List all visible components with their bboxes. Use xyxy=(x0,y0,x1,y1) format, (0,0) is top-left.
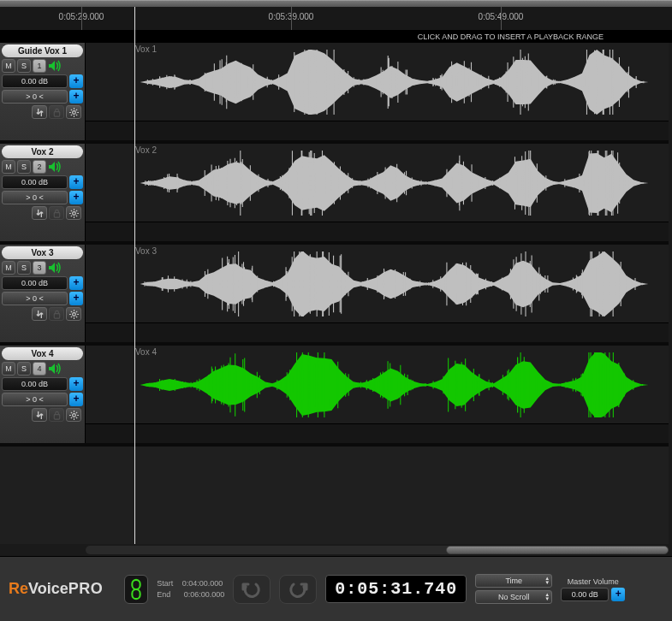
horizontal-scrollbar[interactable] xyxy=(86,546,669,554)
pan-plus-button[interactable]: + xyxy=(69,292,83,305)
gain-plus-button[interactable]: + xyxy=(69,377,83,391)
channel-number[interactable]: 3 xyxy=(33,261,46,275)
svg-rect-10 xyxy=(54,212,59,217)
waveform[interactable] xyxy=(133,352,656,417)
mute-button[interactable]: M xyxy=(2,362,15,376)
speaker-icon[interactable] xyxy=(48,59,62,73)
arrows-icon[interactable] xyxy=(32,206,47,220)
solo-button[interactable]: S xyxy=(17,261,31,275)
master-volume-plus[interactable]: + xyxy=(611,588,625,601)
arrows-icon[interactable] xyxy=(32,408,47,422)
lock-icon[interactable] xyxy=(49,408,64,422)
pan-plus-button[interactable]: + xyxy=(69,191,83,204)
gain-value[interactable]: 0.00 dB xyxy=(2,276,68,290)
gear-icon[interactable] xyxy=(66,206,81,220)
track-header: Vox 4 M S 4 0.00 dB + > 0 < + xyxy=(0,346,86,443)
pan-value[interactable]: > 0 < xyxy=(2,292,68,305)
svg-line-38 xyxy=(70,417,71,417)
pan-value[interactable]: > 0 < xyxy=(2,393,68,406)
speaker-icon[interactable] xyxy=(48,160,62,174)
gain-plus-button[interactable]: + xyxy=(69,276,83,290)
time-format-menu[interactable]: Time▲▼ xyxy=(475,574,552,588)
redo-button[interactable] xyxy=(279,575,317,604)
waveform[interactable] xyxy=(133,151,656,216)
svg-line-6 xyxy=(70,109,71,109)
undo-button[interactable] xyxy=(233,575,271,604)
channel-number[interactable]: 4 xyxy=(33,362,46,376)
timecode-display[interactable]: 0:05:31.740 xyxy=(325,575,467,603)
scroll-thumb[interactable] xyxy=(446,546,669,554)
track-name[interactable]: Vox 3 xyxy=(2,246,83,259)
lock-icon[interactable] xyxy=(49,206,64,220)
svg-line-37 xyxy=(75,417,76,417)
svg-point-11 xyxy=(72,211,75,215)
svg-point-21 xyxy=(72,312,75,316)
empty-track-area xyxy=(0,447,669,544)
mute-button[interactable]: M xyxy=(2,261,15,275)
track-lane[interactable]: Vox 2 xyxy=(86,144,669,241)
lock-icon[interactable] xyxy=(49,105,64,119)
channel-number[interactable]: 2 xyxy=(33,160,46,174)
waveform[interactable] xyxy=(133,251,656,316)
gear-icon[interactable] xyxy=(66,408,81,422)
track-name[interactable]: Guide Vox 1 xyxy=(2,44,83,57)
tracks-area: Guide Vox 1 M S 1 0.00 dB + > 0 < + xyxy=(0,43,669,544)
svg-line-39 xyxy=(75,411,76,412)
svg-line-19 xyxy=(75,210,76,210)
playback-range-hint-bar[interactable]: CLICK AND DRAG TO INSERT A PLAYBACK RANG… xyxy=(0,31,672,43)
track-name[interactable]: Vox 4 xyxy=(2,347,83,360)
track-name[interactable]: Vox 2 xyxy=(2,145,83,158)
pan-plus-button[interactable]: + xyxy=(69,393,83,406)
track-header: Vox 2 M S 2 0.00 dB + > 0 < + xyxy=(0,144,86,241)
speaker-icon[interactable] xyxy=(48,362,62,376)
track-header: Guide Vox 1 M S 1 0.00 dB + > 0 < + xyxy=(0,43,86,140)
svg-line-26 xyxy=(70,310,71,311)
gain-plus-button[interactable]: + xyxy=(69,175,83,189)
mute-button[interactable]: M xyxy=(2,160,15,174)
gain-value[interactable]: 0.00 dB xyxy=(2,377,68,391)
waveform[interactable] xyxy=(133,50,656,115)
gear-icon[interactable] xyxy=(66,105,81,119)
channel-number[interactable]: 1 xyxy=(33,59,46,73)
svg-line-8 xyxy=(70,114,71,115)
track-lane[interactable]: Vox 4 xyxy=(86,346,669,443)
svg-rect-30 xyxy=(54,414,59,419)
svg-point-1 xyxy=(72,110,75,114)
gain-value[interactable]: 0.00 dB xyxy=(2,175,68,189)
range-readout: Start 0:04:00.000 End 0:06:00.000 xyxy=(157,579,224,599)
gain-value[interactable]: 0.00 dB xyxy=(2,74,68,88)
link-icon[interactable] xyxy=(124,575,148,604)
pan-value[interactable]: > 0 < xyxy=(2,191,68,204)
pan-plus-button[interactable]: + xyxy=(69,90,83,104)
app-logo: ReVoicePRO xyxy=(9,580,103,598)
gear-icon[interactable] xyxy=(66,307,81,321)
svg-line-28 xyxy=(70,316,71,316)
svg-point-31 xyxy=(72,413,75,417)
arrows-icon[interactable] xyxy=(32,307,47,321)
master-volume-label: Master Volume xyxy=(568,577,619,586)
master-volume-value[interactable]: 0.00 dB xyxy=(561,588,609,601)
solo-button[interactable]: S xyxy=(17,160,31,174)
svg-line-9 xyxy=(75,109,76,109)
speaker-icon[interactable] xyxy=(48,261,62,275)
svg-line-29 xyxy=(75,310,76,311)
lock-icon[interactable] xyxy=(49,307,64,321)
track-lane[interactable]: Vox 3 xyxy=(86,245,669,342)
window-titlebar xyxy=(0,0,672,7)
timeline-ruler[interactable]: 0:05:29.000 0:05:39.000 0:05:49.000 xyxy=(0,7,672,31)
svg-line-27 xyxy=(75,316,76,316)
svg-line-17 xyxy=(75,215,76,216)
svg-rect-41 xyxy=(133,589,140,599)
svg-line-7 xyxy=(75,114,76,115)
scroll-mode-menu[interactable]: No Scroll▲▼ xyxy=(475,590,552,604)
svg-rect-40 xyxy=(133,579,140,588)
gain-plus-button[interactable]: + xyxy=(69,74,83,88)
svg-line-18 xyxy=(70,215,71,216)
solo-button[interactable]: S xyxy=(17,59,31,73)
track-lane[interactable]: Vox 1 xyxy=(86,43,669,140)
arrows-icon[interactable] xyxy=(32,105,47,119)
solo-button[interactable]: S xyxy=(17,362,31,376)
mute-button[interactable]: M xyxy=(2,59,15,73)
pan-value[interactable]: > 0 < xyxy=(2,90,68,104)
svg-line-36 xyxy=(70,411,71,412)
